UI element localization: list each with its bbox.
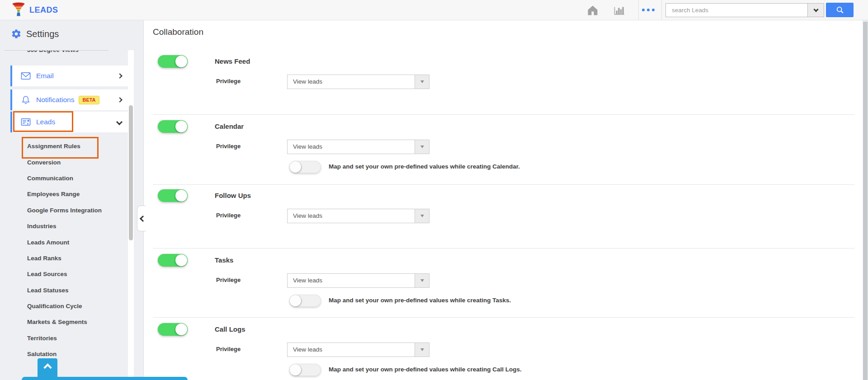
select-arrow-button[interactable]	[415, 343, 429, 357]
sidebar-subitem[interactable]: Salutation	[0, 346, 128, 362]
privilege-selected-value: View leads	[288, 343, 415, 357]
predefined-values-description: Map and set your own pre-defined values …	[329, 163, 520, 170]
chevron-left-icon	[139, 215, 146, 221]
sidebar-subitem[interactable]: Communication	[0, 170, 128, 186]
bar-chart-icon[interactable]	[613, 5, 625, 18]
predefined-values-toggle-off[interactable]	[289, 161, 321, 173]
search-input[interactable]	[666, 4, 807, 17]
privilege-selected-value: View leads	[288, 75, 415, 89]
privilege-select[interactable]: View leads	[287, 342, 429, 357]
sidebar-item-email[interactable]: Email	[10, 66, 128, 86]
sidebar-subitem[interactable]: Lead Sources	[0, 266, 128, 282]
leads-module-icon	[20, 118, 31, 126]
select-arrow-button[interactable]	[415, 209, 429, 223]
privilege-select[interactable]: View leads	[287, 209, 429, 223]
sidebar-subitem[interactable]: Territories	[0, 330, 128, 346]
privilege-label: Privilege	[216, 212, 241, 219]
chevron-down-icon	[813, 7, 818, 12]
privilege-select[interactable]: View leads	[287, 75, 429, 89]
section-title: News Feed	[215, 57, 250, 65]
bottom-popup-edge[interactable]	[22, 377, 188, 380]
sidebar-item-label: Notifications	[36, 96, 74, 104]
section-title: Calendar	[215, 122, 244, 130]
toggle-knob	[290, 364, 301, 375]
section-divider	[153, 184, 854, 185]
email-icon	[20, 72, 31, 80]
sidebar-item-label: Leads	[36, 118, 55, 126]
collaboration-panel: Collaboration News Feed Privilege View l…	[144, 20, 863, 380]
sidebar-subitem[interactable]: Google Forms Integration	[0, 202, 128, 218]
toggle-knob	[175, 324, 187, 335]
home-icon[interactable]	[586, 4, 599, 19]
sidebar-scrollbar-thumb[interactable]	[129, 105, 133, 240]
feature-toggle-on[interactable]	[158, 120, 188, 133]
page-title: Collaboration	[153, 27, 203, 37]
sidebar-subitem[interactable]: Lead Ranks	[0, 250, 128, 266]
sidebar-subitem[interactable]: Lead Statuses	[0, 282, 128, 298]
sidebar-item-leads[interactable]: Leads	[10, 112, 128, 132]
privilege-label: Privilege	[216, 346, 241, 352]
settings-title: Settings	[26, 29, 59, 39]
privilege-select[interactable]: View leads	[287, 273, 429, 288]
beta-badge: BETA	[79, 96, 99, 104]
gear-icon	[11, 28, 22, 39]
select-arrow-button[interactable]	[415, 75, 429, 89]
caret-down-icon	[420, 279, 424, 282]
app-logo[interactable]: LEADS	[12, 2, 58, 18]
predefined-values-description: Map and set your own pre-defined values …	[329, 297, 511, 304]
leads-submenu: Assignment RulesConversionCommunicationE…	[0, 138, 128, 362]
sidebar-subitem[interactable]: Markets & Segments	[0, 314, 128, 330]
caret-down-icon	[420, 145, 424, 148]
funnel-icon	[12, 2, 25, 18]
sidebar-subitem[interactable]: Qualification Cycle	[0, 298, 128, 314]
privilege-label: Privilege	[216, 78, 241, 84]
toggle-knob	[175, 121, 187, 132]
toggle-knob	[175, 190, 187, 202]
app-title: LEADS	[29, 5, 58, 15]
select-arrow-button[interactable]	[415, 140, 429, 154]
toggle-knob	[290, 295, 301, 306]
sidebar-item-360-degree-views[interactable]: 360 Degree Views	[27, 51, 108, 55]
search-button[interactable]	[826, 3, 854, 17]
feature-toggle-on[interactable]	[158, 189, 188, 202]
privilege-label: Privilege	[216, 143, 241, 150]
caret-down-icon	[420, 80, 424, 83]
sidebar-subitem[interactable]: Industries	[0, 218, 128, 234]
privilege-select[interactable]: View leads	[287, 140, 429, 154]
section-divider	[153, 248, 854, 249]
feature-toggle-on[interactable]	[158, 55, 188, 68]
caret-down-icon	[420, 348, 424, 351]
caret-down-icon	[420, 215, 424, 217]
section-title: Call Logs	[215, 325, 245, 333]
search-scope-dropdown[interactable]	[807, 4, 824, 17]
sidebar-subitem[interactable]: Leads Amount	[0, 234, 128, 250]
page-scrollbar-track[interactable]	[863, 20, 868, 380]
chevron-right-icon	[117, 97, 122, 102]
section-divider	[153, 114, 854, 115]
sidebar-subitem[interactable]: Employees Range	[0, 186, 128, 202]
toggle-knob	[290, 161, 301, 173]
toggle-knob	[175, 56, 187, 67]
predefined-values-toggle-off[interactable]	[289, 295, 321, 307]
sidebar-subitem[interactable]: Assignment Rules	[0, 138, 128, 154]
predefined-values-toggle-off[interactable]	[289, 364, 321, 376]
page-scrollbar-thumb[interactable]	[863, 22, 868, 380]
search-icon	[836, 6, 844, 14]
scroll-to-top-button[interactable]	[38, 358, 57, 377]
search-box	[665, 3, 824, 17]
bell-icon	[20, 95, 31, 105]
sidebar-scrollbar-track[interactable]	[128, 50, 134, 380]
more-options-icon[interactable]	[642, 9, 655, 11]
sidebar-collapse-handle[interactable]	[137, 206, 146, 231]
sidebar-subitem[interactable]: Conversion	[0, 154, 128, 170]
privilege-selected-value: View leads	[288, 140, 415, 154]
feature-toggle-on[interactable]	[158, 254, 188, 267]
sidebar-item-notifications[interactable]: Notifications BETA	[10, 89, 128, 110]
predefined-values-description: Map and set your own pre-defined values …	[329, 366, 522, 373]
section-title: Tasks	[215, 256, 233, 264]
top-bar: LEADS	[0, 0, 868, 20]
toggle-knob	[175, 254, 187, 266]
select-arrow-button[interactable]	[415, 274, 429, 287]
feature-toggle-on[interactable]	[158, 323, 188, 336]
section-title: Follow Ups	[215, 192, 251, 199]
